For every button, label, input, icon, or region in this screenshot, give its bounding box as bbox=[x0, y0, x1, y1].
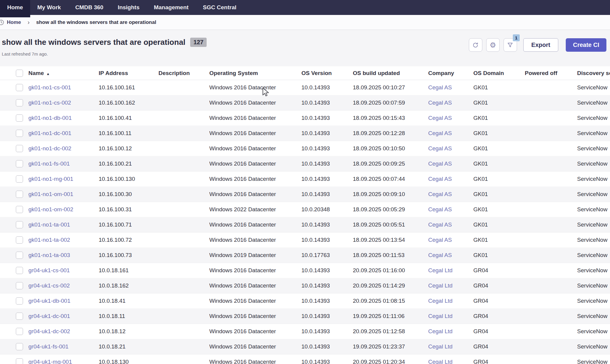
company-link[interactable]: Cegal AS bbox=[428, 221, 473, 228]
cell-os_build_updated: 20.09.2025 01:12:58 bbox=[353, 328, 428, 335]
row-checkbox[interactable] bbox=[16, 297, 23, 305]
cell-os_build_updated: 18.09.2025 00:09:10 bbox=[353, 191, 428, 198]
company-link[interactable]: Cegal AS bbox=[428, 100, 473, 106]
company-link[interactable]: Cegal AS bbox=[428, 176, 473, 182]
cell-discovery_source: ServiceNow bbox=[577, 343, 610, 350]
cell-discovery_source: ServiceNow bbox=[577, 145, 610, 152]
ci-name-link[interactable]: gk01-no1-cs-001 bbox=[28, 84, 99, 91]
ci-name-link[interactable]: gr04-uk1-fs-001 bbox=[28, 343, 99, 350]
select-all-checkbox[interactable] bbox=[16, 70, 23, 77]
cell-os: Windows 2016 Datacenter bbox=[209, 359, 301, 364]
export-button[interactable]: Export bbox=[523, 38, 558, 52]
ci-name-link[interactable]: gk01-no1-ta-003 bbox=[28, 252, 99, 259]
nav-tab-insights[interactable]: Insights bbox=[111, 0, 147, 15]
nav-tab-home[interactable]: Home bbox=[0, 0, 30, 17]
company-link[interactable]: Cegal AS bbox=[428, 84, 473, 91]
ci-name-link[interactable]: gk01-no1-cs-002 bbox=[28, 100, 99, 106]
column-header-discovery_source[interactable]: Discovery source bbox=[577, 70, 610, 77]
company-link[interactable]: Cegal AS bbox=[428, 160, 473, 167]
gear-icon: ⚙ bbox=[490, 42, 496, 49]
company-link[interactable]: Cegal Ltd bbox=[428, 313, 473, 319]
nav-tab-cmdb-360[interactable]: CMDB 360 bbox=[68, 0, 111, 15]
ci-name-link[interactable]: gk01-no1-om-001 bbox=[28, 191, 99, 198]
company-link[interactable]: Cegal Ltd bbox=[428, 328, 473, 335]
cell-os_domain: GK01 bbox=[473, 206, 525, 213]
column-header-os_domain[interactable]: OS Domain bbox=[473, 70, 525, 77]
ci-name-link[interactable]: gr04-uk1-cs-002 bbox=[28, 282, 99, 289]
row-checkbox[interactable] bbox=[16, 267, 23, 274]
row-checkbox[interactable] bbox=[16, 160, 23, 167]
company-link[interactable]: Cegal Ltd bbox=[428, 298, 473, 304]
row-checkbox[interactable] bbox=[16, 130, 23, 137]
ci-name-link[interactable]: gr04-uk1-db-001 bbox=[28, 298, 99, 304]
company-link[interactable]: Cegal AS bbox=[428, 145, 473, 152]
cell-os_domain: GK01 bbox=[473, 160, 525, 167]
company-link[interactable]: Cegal AS bbox=[428, 115, 473, 121]
ci-name-link[interactable]: gr04-uk1-dc-002 bbox=[28, 328, 99, 335]
company-link[interactable]: Cegal Ltd bbox=[428, 282, 473, 289]
ci-name-link[interactable]: gr04-uk1-dc-001 bbox=[28, 313, 99, 319]
column-header-name[interactable]: Name▲ bbox=[28, 70, 99, 77]
column-header-os[interactable]: Operating System bbox=[209, 70, 301, 77]
column-header-company[interactable]: Company bbox=[428, 70, 473, 77]
row-checkbox[interactable] bbox=[16, 358, 23, 364]
ci-name-link[interactable]: gr04-uk1-mg-001 bbox=[28, 359, 99, 364]
ci-name-link[interactable]: gk01-no1-fs-001 bbox=[28, 160, 99, 167]
nav-tab-my-work[interactable]: My Work bbox=[30, 0, 68, 15]
column-header-description[interactable]: Description bbox=[158, 70, 209, 77]
company-link[interactable]: Cegal Ltd bbox=[428, 359, 473, 364]
nav-tab-management[interactable]: Management bbox=[147, 0, 196, 15]
cell-os_version: 10.0.14393 bbox=[301, 100, 353, 106]
company-link[interactable]: Cegal AS bbox=[428, 191, 473, 198]
row-checkbox[interactable] bbox=[16, 145, 23, 152]
ci-name-link[interactable]: gk01-no1-dc-002 bbox=[28, 145, 99, 152]
ci-list-table: Name▲IP AddressDescriptionOperating Syst… bbox=[0, 66, 610, 364]
table-row: gk01-no1-mg-00110.16.100.130Windows 2016… bbox=[0, 172, 610, 187]
breadcrumb-current-page: show all the windows servers that are op… bbox=[36, 19, 156, 25]
ci-name-link[interactable]: gk01-no1-db-001 bbox=[28, 115, 99, 121]
column-header-powered_off[interactable]: Powered off bbox=[525, 70, 577, 77]
ci-name-link[interactable]: gk01-no1-om-002 bbox=[28, 206, 99, 213]
row-checkbox[interactable] bbox=[16, 221, 23, 228]
company-link[interactable]: Cegal AS bbox=[428, 252, 473, 259]
breadcrumb-home-link[interactable]: Home bbox=[7, 19, 21, 25]
ci-name-link[interactable]: gk01-no1-ta-001 bbox=[28, 221, 99, 228]
column-header-os_build_updated[interactable]: OS build updated bbox=[353, 70, 428, 77]
cell-os: Windows 2022 Datacenter bbox=[209, 206, 301, 213]
refresh-button[interactable] bbox=[469, 38, 482, 52]
create-ci-button[interactable]: Create CI bbox=[566, 38, 606, 52]
row-checkbox[interactable] bbox=[16, 175, 23, 183]
company-link[interactable]: Cegal AS bbox=[428, 237, 473, 243]
ci-name-link[interactable]: gk01-no1-mg-001 bbox=[28, 176, 99, 182]
cell-os: Windows 2016 Datacenter bbox=[209, 343, 301, 350]
row-checkbox[interactable] bbox=[16, 84, 23, 91]
company-link[interactable]: Cegal Ltd bbox=[428, 343, 473, 350]
row-select-cell bbox=[0, 313, 28, 320]
company-link[interactable]: Cegal AS bbox=[428, 206, 473, 213]
cell-os_build_updated: 20.09.2025 01:08:15 bbox=[353, 298, 428, 304]
settings-button[interactable]: ⚙ bbox=[486, 38, 500, 52]
ci-name-link[interactable]: gk01-no1-dc-001 bbox=[28, 130, 99, 137]
company-link[interactable]: Cegal AS bbox=[428, 130, 473, 137]
row-checkbox[interactable] bbox=[16, 191, 23, 198]
row-checkbox[interactable] bbox=[16, 282, 23, 289]
row-checkbox[interactable] bbox=[16, 236, 23, 244]
row-checkbox[interactable] bbox=[16, 206, 23, 213]
column-header-ip[interactable]: IP Address bbox=[99, 70, 158, 77]
row-checkbox[interactable] bbox=[16, 328, 23, 335]
ci-name-link[interactable]: gr04-uk1-cs-001 bbox=[28, 267, 99, 274]
row-checkbox[interactable] bbox=[16, 114, 23, 122]
row-checkbox[interactable] bbox=[16, 313, 23, 320]
column-header-os_version[interactable]: OS Version bbox=[301, 70, 353, 77]
row-select-cell bbox=[0, 130, 28, 137]
table-row: gr04-uk1-dc-00110.0.18.11Windows 2016 Da… bbox=[0, 309, 610, 324]
cell-os_version: 10.0.14393 bbox=[301, 160, 353, 167]
row-select-cell bbox=[0, 84, 28, 91]
cell-os: Windows 2016 Datacenter bbox=[209, 237, 301, 243]
row-checkbox[interactable] bbox=[16, 99, 23, 106]
company-link[interactable]: Cegal Ltd bbox=[428, 267, 473, 274]
nav-tab-sgc-central[interactable]: SGC Central bbox=[196, 0, 244, 15]
row-checkbox[interactable] bbox=[16, 252, 23, 259]
row-checkbox[interactable] bbox=[16, 343, 23, 350]
ci-name-link[interactable]: gk01-no1-ta-002 bbox=[28, 237, 99, 243]
